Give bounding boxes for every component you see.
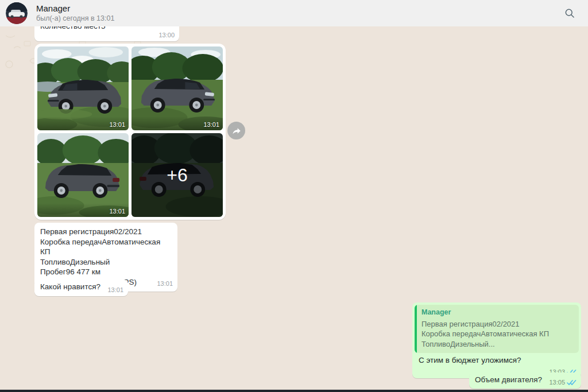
photo-timestamp: 13:01 — [109, 121, 125, 128]
message-question-time: 13:01 — [107, 286, 123, 293]
contact-avatar[interactable] — [6, 2, 28, 24]
quote-line: Первая регистрация02/2021 — [421, 319, 549, 329]
message-engine: Объем двигателя? 13:05 — [469, 372, 581, 389]
photo-album-message: 13:01 — [34, 44, 226, 220]
forward-arrow-icon — [231, 126, 242, 136]
more-photos-overlay: +6 — [131, 133, 223, 217]
whatsapp-chat-window: Количество мест5 13:00 — [0, 0, 588, 392]
search-button[interactable] — [560, 3, 579, 23]
car-photo-rear[interactable]: 13:01 — [37, 133, 129, 217]
forward-button[interactable] — [227, 122, 245, 139]
quote-line: ТопливоДизельный... — [421, 339, 549, 350]
message-budget-text: С этим в бюджет уложимся? — [415, 353, 579, 364]
message-question: Какой нравится? 13:01 — [34, 280, 128, 296]
message-budget: Manager Первая регистрация02/2021 Коробк… — [412, 302, 581, 378]
photo-timestamp: 13:01 — [109, 208, 125, 215]
car-front-right-image — [131, 46, 223, 130]
car-photo-more[interactable]: +6 — [131, 133, 223, 217]
car-front-left-image — [37, 46, 129, 130]
contact-name: Manager — [36, 3, 114, 13]
photo-timestamp: 13:01 — [203, 121, 219, 128]
car-photo-front-right[interactable]: 13:01 — [131, 46, 223, 130]
search-icon — [564, 7, 575, 19]
specs-line: Пробег96 477 км — [40, 267, 172, 277]
message-question-text: Какой нравится? — [40, 282, 100, 291]
specs-line: Первая регистрация02/2021 — [40, 227, 172, 237]
chat-header: Manager был(-а) сегодня в 13:01 — [0, 0, 588, 26]
contact-info[interactable]: Manager был(-а) сегодня в 13:01 — [36, 3, 114, 23]
message-engine-time: 13:05 — [549, 379, 565, 386]
car-rear-image — [37, 133, 129, 217]
window-bottom-edge — [0, 390, 588, 392]
quoted-message[interactable]: Manager Первая регистрация02/2021 Коробк… — [415, 305, 579, 353]
specs-line: Коробка передачАвтоматическая КП — [40, 237, 172, 257]
quote-author: Manager — [421, 308, 549, 318]
quote-line: Коробка передачАвтоматическая КП — [421, 329, 549, 339]
specs-line: ТопливоДизельный — [40, 257, 172, 267]
message-seats-time: 13:00 — [158, 32, 175, 38]
message-engine-text: Объем двигателя? — [475, 375, 542, 384]
more-photos-count: +6 — [167, 165, 187, 186]
contact-last-seen: был(-а) сегодня в 13:01 — [36, 14, 114, 22]
car-photo-front-left[interactable]: 13:01 — [37, 46, 129, 130]
avatar-image — [6, 2, 28, 24]
read-receipt-icon — [567, 379, 577, 386]
message-specs-time: 13:01 — [157, 279, 173, 289]
